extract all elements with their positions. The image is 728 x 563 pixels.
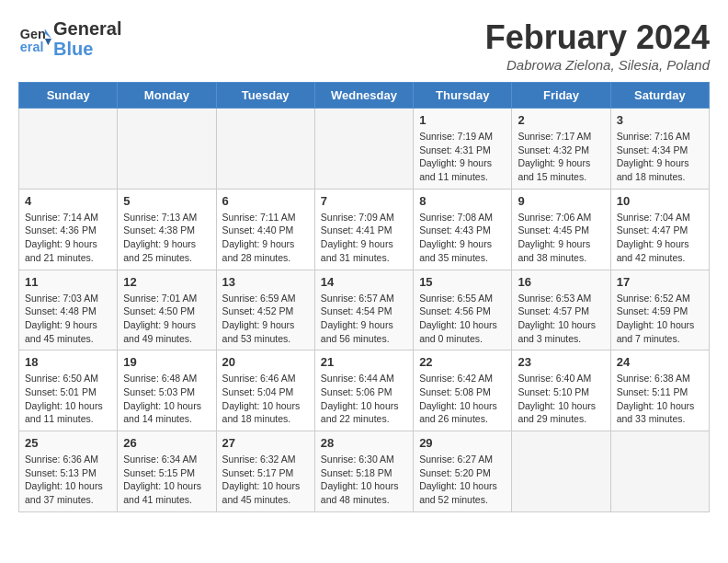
weekday-header-thursday: Thursday (414, 83, 512, 109)
day-info: Sunrise: 7:03 AM Sunset: 4:48 PM Dayligh… (25, 292, 111, 346)
day-info: Sunrise: 6:50 AM Sunset: 5:01 PM Dayligh… (25, 372, 111, 426)
logo-icon: Gen eral (18, 22, 51, 55)
week-row-0: 1Sunrise: 7:19 AM Sunset: 4:31 PM Daylig… (19, 109, 710, 190)
day-number: 13 (222, 275, 309, 289)
day-info: Sunrise: 7:16 AM Sunset: 4:34 PM Dayligh… (617, 130, 703, 184)
day-info: Sunrise: 6:53 AM Sunset: 4:57 PM Dayligh… (518, 292, 604, 346)
calendar-cell: 22Sunrise: 6:42 AM Sunset: 5:08 PM Dayli… (414, 350, 512, 431)
calendar-cell: 18Sunrise: 6:50 AM Sunset: 5:01 PM Dayli… (19, 350, 118, 431)
calendar-cell: 14Sunrise: 6:57 AM Sunset: 4:54 PM Dayli… (314, 270, 413, 350)
calendar-cell: 10Sunrise: 7:04 AM Sunset: 4:47 PM Dayli… (610, 189, 709, 270)
day-info: Sunrise: 7:09 AM Sunset: 4:41 PM Dayligh… (321, 211, 407, 265)
day-info: Sunrise: 6:57 AM Sunset: 4:54 PM Dayligh… (321, 292, 407, 346)
day-number: 14 (321, 275, 407, 289)
calendar-cell: 8Sunrise: 7:08 AM Sunset: 4:43 PM Daylig… (414, 189, 512, 270)
day-info: Sunrise: 7:04 AM Sunset: 4:47 PM Dayligh… (617, 211, 703, 265)
day-number: 24 (617, 355, 703, 369)
weekday-header-sunday: Sunday (19, 83, 118, 109)
calendar-cell: 21Sunrise: 6:44 AM Sunset: 5:06 PM Dayli… (314, 350, 413, 431)
calendar-cell: 5Sunrise: 7:13 AM Sunset: 4:38 PM Daylig… (118, 189, 216, 270)
day-number: 25 (25, 436, 111, 450)
calendar-cell: 13Sunrise: 6:59 AM Sunset: 4:52 PM Dayli… (216, 270, 314, 350)
calendar-cell: 27Sunrise: 6:32 AM Sunset: 5:17 PM Dayli… (216, 431, 314, 512)
title-block: February 2024 Dabrowa Zielona, Silesia, … (485, 18, 710, 73)
calendar-cell (610, 431, 709, 512)
svg-marker-3 (45, 39, 51, 45)
weekday-header-monday: Monday (118, 83, 216, 109)
calendar-cell: 29Sunrise: 6:27 AM Sunset: 5:20 PM Dayli… (414, 431, 512, 512)
day-number: 7 (321, 194, 407, 208)
day-info: Sunrise: 7:01 AM Sunset: 4:50 PM Dayligh… (123, 292, 210, 346)
calendar-cell: 1Sunrise: 7:19 AM Sunset: 4:31 PM Daylig… (414, 109, 512, 190)
calendar-cell: 6Sunrise: 7:11 AM Sunset: 4:40 PM Daylig… (216, 189, 314, 270)
day-number: 9 (518, 194, 604, 208)
weekday-header-tuesday: Tuesday (216, 83, 314, 109)
calendar-cell: 7Sunrise: 7:09 AM Sunset: 4:41 PM Daylig… (314, 189, 413, 270)
calendar-cell: 16Sunrise: 6:53 AM Sunset: 4:57 PM Dayli… (512, 270, 610, 350)
day-info: Sunrise: 7:14 AM Sunset: 4:36 PM Dayligh… (25, 211, 111, 265)
day-number: 29 (419, 436, 506, 450)
calendar-cell (216, 109, 314, 190)
calendar-cell: 17Sunrise: 6:52 AM Sunset: 4:59 PM Dayli… (610, 270, 709, 350)
day-number: 4 (25, 194, 111, 208)
day-number: 2 (518, 113, 604, 127)
logo-text: General Blue (53, 18, 121, 59)
day-number: 6 (222, 194, 309, 208)
weekday-header-friday: Friday (512, 83, 610, 109)
weekday-header-row: SundayMondayTuesdayWednesdayThursdayFrid… (19, 83, 710, 109)
day-info: Sunrise: 6:46 AM Sunset: 5:04 PM Dayligh… (222, 372, 309, 426)
day-info: Sunrise: 6:40 AM Sunset: 5:10 PM Dayligh… (518, 372, 604, 426)
calendar-cell: 20Sunrise: 6:46 AM Sunset: 5:04 PM Dayli… (216, 350, 314, 431)
calendar-cell: 15Sunrise: 6:55 AM Sunset: 4:56 PM Dayli… (414, 270, 512, 350)
day-info: Sunrise: 6:30 AM Sunset: 5:18 PM Dayligh… (321, 453, 407, 507)
day-info: Sunrise: 6:32 AM Sunset: 5:17 PM Dayligh… (222, 453, 309, 507)
day-number: 26 (123, 436, 210, 450)
day-number: 16 (518, 275, 604, 289)
svg-text:eral: eral (20, 40, 44, 54)
day-info: Sunrise: 7:08 AM Sunset: 4:43 PM Dayligh… (419, 211, 506, 265)
calendar-cell (118, 109, 216, 190)
calendar-cell: 9Sunrise: 7:06 AM Sunset: 4:45 PM Daylig… (512, 189, 610, 270)
week-row-2: 11Sunrise: 7:03 AM Sunset: 4:48 PM Dayli… (19, 270, 710, 350)
calendar-cell: 23Sunrise: 6:40 AM Sunset: 5:10 PM Dayli… (512, 350, 610, 431)
day-info: Sunrise: 7:06 AM Sunset: 4:45 PM Dayligh… (518, 211, 604, 265)
day-number: 8 (419, 194, 506, 208)
day-info: Sunrise: 6:34 AM Sunset: 5:15 PM Dayligh… (123, 453, 210, 507)
calendar-cell (314, 109, 413, 190)
calendar-cell: 3Sunrise: 7:16 AM Sunset: 4:34 PM Daylig… (610, 109, 709, 190)
day-number: 1 (419, 113, 506, 127)
day-info: Sunrise: 7:13 AM Sunset: 4:38 PM Dayligh… (123, 211, 210, 265)
calendar-cell: 11Sunrise: 7:03 AM Sunset: 4:48 PM Dayli… (19, 270, 118, 350)
calendar-cell: 4Sunrise: 7:14 AM Sunset: 4:36 PM Daylig… (19, 189, 118, 270)
svg-marker-2 (45, 29, 51, 39)
calendar-cell: 25Sunrise: 6:36 AM Sunset: 5:13 PM Dayli… (19, 431, 118, 512)
day-info: Sunrise: 7:17 AM Sunset: 4:32 PM Dayligh… (518, 130, 604, 184)
day-number: 3 (617, 113, 703, 127)
calendar-cell: 26Sunrise: 6:34 AM Sunset: 5:15 PM Dayli… (118, 431, 216, 512)
day-number: 28 (321, 436, 407, 450)
day-number: 5 (123, 194, 210, 208)
calendar-cell: 12Sunrise: 7:01 AM Sunset: 4:50 PM Dayli… (118, 270, 216, 350)
day-number: 11 (25, 275, 111, 289)
logo: Gen eral General Blue (18, 18, 121, 59)
page-header: Gen eral General Blue February 2024 Dabr… (18, 18, 710, 73)
day-number: 19 (123, 355, 210, 369)
day-info: Sunrise: 6:36 AM Sunset: 5:13 PM Dayligh… (25, 453, 111, 507)
weekday-header-saturday: Saturday (610, 83, 709, 109)
week-row-1: 4Sunrise: 7:14 AM Sunset: 4:36 PM Daylig… (19, 189, 710, 270)
week-row-3: 18Sunrise: 6:50 AM Sunset: 5:01 PM Dayli… (19, 350, 710, 431)
day-info: Sunrise: 6:55 AM Sunset: 4:56 PM Dayligh… (419, 292, 506, 346)
day-info: Sunrise: 6:42 AM Sunset: 5:08 PM Dayligh… (419, 372, 506, 426)
week-row-4: 25Sunrise: 6:36 AM Sunset: 5:13 PM Dayli… (19, 431, 710, 512)
day-number: 21 (321, 355, 407, 369)
day-number: 27 (222, 436, 309, 450)
day-number: 22 (419, 355, 506, 369)
day-number: 18 (25, 355, 111, 369)
day-info: Sunrise: 6:38 AM Sunset: 5:11 PM Dayligh… (617, 372, 703, 426)
day-number: 10 (617, 194, 703, 208)
weekday-header-wednesday: Wednesday (314, 83, 413, 109)
day-info: Sunrise: 7:19 AM Sunset: 4:31 PM Dayligh… (419, 130, 506, 184)
day-number: 12 (123, 275, 210, 289)
day-info: Sunrise: 7:11 AM Sunset: 4:40 PM Dayligh… (222, 211, 309, 265)
calendar-cell: 28Sunrise: 6:30 AM Sunset: 5:18 PM Dayli… (314, 431, 413, 512)
